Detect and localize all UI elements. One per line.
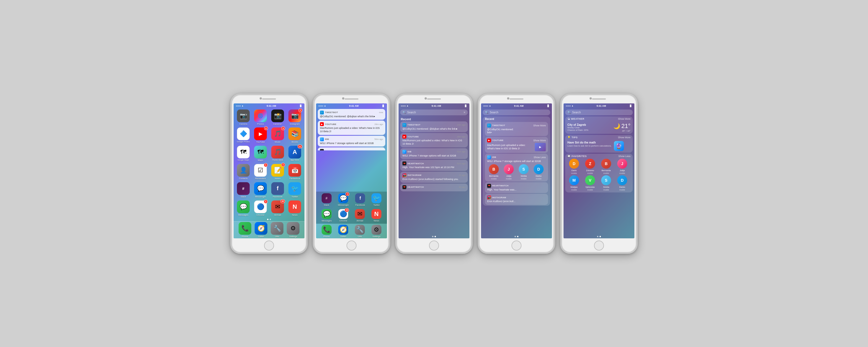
contact-julija-4[interactable]: J Julija mobile (502, 164, 516, 180)
slack-icon-2: # (321, 193, 332, 203)
dock-phone[interactable]: 📞 Phone (239, 222, 251, 238)
app-messenger[interactable]: 💬 Messenger (253, 182, 268, 198)
contact-darko-4[interactable]: D Darko mobile (532, 164, 545, 180)
result-instagram-3[interactable]: 📷 INSTAGRAM 1h ago Eron Kutllovci (eron.… (400, 172, 468, 183)
app-facebook[interactable]: f Facebook (270, 182, 285, 198)
app-slack[interactable]: # Slack (236, 182, 251, 198)
messages-label: Messages (238, 214, 248, 216)
dock-safari-2[interactable]: 🧭 Safari (338, 225, 348, 238)
dock-settings-2[interactable]: ⚙ Settings (371, 225, 381, 238)
zdravko-avatar-5: Z (585, 159, 595, 169)
notif-heartwatch-2[interactable]: ❤ HEARTWATCH 52m ago High. Your heartrat… (318, 147, 385, 150)
news-label: News (292, 214, 298, 216)
home-button[interactable] (264, 241, 274, 250)
contact-bernarda-4[interactable]: B Bernarda mobile (487, 164, 500, 180)
slack-2[interactable]: # Slack (321, 193, 332, 206)
bernarda-avatar-4: B (489, 164, 499, 174)
twitter-2[interactable]: 🐦 Twitter (371, 193, 381, 206)
recent-instagram-4[interactable]: 📷 INSTAGRAM Eron Kutllovci (eron.kutl... (485, 194, 548, 205)
contact-sinisa-4[interactable]: S Siniša mobile (517, 164, 530, 180)
recent-idb-4[interactable]: i IDB Show Less WSJ: iPhone 7 storage op… (485, 154, 548, 181)
heartwatch-app-name: HEARTWATCH (325, 150, 373, 150)
app-gphotos[interactable]: 🔷 Google Photos (236, 128, 251, 143)
airmail-2[interactable]: ✉ Airmail (355, 209, 365, 222)
tips-show-more-5[interactable]: Show More (618, 136, 630, 139)
app-twitter[interactable]: 🐦 Twitter (287, 182, 302, 198)
phone-3-home[interactable] (429, 241, 439, 250)
search-bar-5[interactable]: 🔍 Search (565, 109, 633, 115)
tweetbot-text-3: @ColbyCk1 mentioned: @dujkan what's the … (402, 128, 466, 131)
app-music[interactable]: 🎵 3 Music (270, 128, 285, 143)
notif-youtube-2[interactable]: ▶ YOUTUBE 28m ago MacRumors just uploade… (318, 120, 385, 135)
tweetbot-icon-4: 🐦 (487, 124, 491, 128)
app-appstore[interactable]: A 11 App Store (287, 146, 302, 162)
favorites-show-more-5[interactable]: Show Less (618, 155, 630, 158)
search-clear-3[interactable]: ✕ (463, 111, 466, 114)
dock-utils[interactable]: 🔧 Utils (271, 222, 283, 238)
recent-notifs-4: 🐦 TWEETBOT Show More @ColbyCk1 mentioned… (483, 121, 550, 206)
search-bar-4[interactable]: 🔍 Search (483, 109, 550, 115)
dock-utils-2[interactable]: 🔧 Utils (355, 225, 365, 238)
app-news[interactable]: N News (287, 201, 302, 216)
app-notes[interactable]: 📝 1 Notes (270, 164, 285, 180)
phone-2-home[interactable] (346, 241, 356, 250)
app-camera[interactable]: 📷 Camera (236, 109, 251, 126)
weather-show-more-5[interactable]: Show More (618, 117, 630, 120)
instagram-name-3: INSTAGRAM (407, 174, 458, 176)
contact-bernarda-5[interactable]: B Bernarda mobile (599, 159, 613, 174)
phone-4-home[interactable] (512, 241, 522, 250)
dock-safari[interactable]: 🧭 Safari (255, 222, 268, 238)
recent-youtube-4[interactable]: ▶ YOUTUBE Show More MacRumors just uploa… (485, 137, 548, 153)
app-messages[interactable]: 💬 Messages (236, 201, 251, 216)
dock-1: 📞 Phone 🧭 Safari 🔧 Utils ⚙ Settings (234, 221, 305, 238)
result-tweetbot-3[interactable]: 🐦 TWEETBOT 24m ago @ColbyCk1 mentioned: … (400, 122, 468, 133)
phone-5-camera (590, 97, 592, 100)
contact-julija-5[interactable]: J Julija mobile (616, 159, 629, 174)
messenger-2[interactable]: 💬 1 Messenger (338, 193, 349, 206)
contact-dario-5[interactable]: D Dario mobile (567, 159, 581, 174)
app-cameraplus[interactable]: 📸 Camera+ (270, 109, 285, 126)
facebook-2[interactable]: f Facebook (355, 193, 365, 206)
messages-2[interactable]: 💬 Messages (321, 209, 332, 222)
contact-matijas-5[interactable]: M Matijas mobile (567, 175, 581, 191)
recent-tweetbot-4[interactable]: 🐦 TWEETBOT Show More @ColbyCk1 mentioned… (485, 122, 548, 136)
app-chrome[interactable]: 🔵 1 Chrome (253, 201, 268, 216)
page-dots-1 (234, 218, 305, 221)
youtube-show-more-4[interactable]: Show More (533, 139, 546, 142)
result-heartwatch-3[interactable]: ❤ HEARTWATCH 52m ago High. Your heartrat… (400, 160, 468, 171)
news-2[interactable]: N News (371, 209, 381, 222)
app-photos[interactable]: 🌀 Photos (253, 109, 268, 126)
app-airmail[interactable]: ✉ 40 Airmail (270, 201, 285, 216)
app-youtube[interactable]: ▶ 2 YouTube (253, 128, 268, 143)
recent-heartwatch-4[interactable]: ❤ HEARTWATCH High. Your heartrate was... (485, 182, 548, 193)
app-instagram[interactable]: 📷 1 Instagram (287, 109, 302, 126)
appstore-badge: 11 (298, 145, 302, 148)
result-youtube-3[interactable]: ▶ YOUTUBE 28m ago MacRumors just uploade… (400, 133, 468, 147)
app-reminders[interactable]: ☑ 1 Reminders (253, 164, 268, 180)
app-gmaps[interactable]: 🗺 Google Maps (236, 146, 251, 162)
contact-vjekoslav-5[interactable]: V Vjekoslav mobile (584, 175, 597, 191)
app-maps[interactable]: 🗺 Maps (253, 146, 268, 162)
app-itunesstore[interactable]: 🎵 iTunes Store (270, 146, 285, 162)
notif-idb-2[interactable]: i IDB 50m ago WSJ: iPhone 7 storage opti… (318, 136, 385, 147)
notif-tweetbot[interactable]: 🐦 TWEETBOT now @ColbyCk1 mentioned: @duj… (318, 109, 385, 120)
chrome-2[interactable]: 🔵 40 Chrome (338, 209, 348, 222)
tips-tip-title-5: Have Siri do the math (567, 141, 612, 144)
status-time-3: 9:41 AM (432, 105, 441, 107)
contact-zdravko-5[interactable]: Z Zdravko mobile (584, 159, 597, 174)
idb-notif-icon: i (320, 137, 324, 141)
idb-show-more-4[interactable]: Show Less (534, 156, 546, 159)
idb-icon-3: i (402, 150, 406, 154)
tweetbot-show-more-4[interactable]: Show More (533, 124, 546, 127)
result-idb-3[interactable]: i IDB 51m ago WSJ: iPhone 7 storage opti… (400, 148, 468, 159)
app-contacts[interactable]: 👤 Contacts (236, 164, 251, 180)
app-fantastical[interactable]: 📅 Fantastical (287, 164, 302, 180)
dock-phone-2[interactable]: 📞 Phone (321, 225, 332, 238)
contact-sinisa-5[interactable]: S Siniša mobile (599, 175, 613, 191)
result-heartwatch2-3[interactable]: ❤ HEARTWATCH 3h ago (400, 183, 468, 191)
contact-darko-5[interactable]: D Darko mobile (616, 175, 629, 191)
search-bar-3[interactable]: 🔍 Search ✕ (400, 109, 468, 115)
phone-5-home[interactable] (594, 241, 604, 250)
app-ibooks[interactable]: 📚 iBooks (287, 128, 302, 143)
dock-settings[interactable]: ⚙ Settings (287, 222, 300, 238)
